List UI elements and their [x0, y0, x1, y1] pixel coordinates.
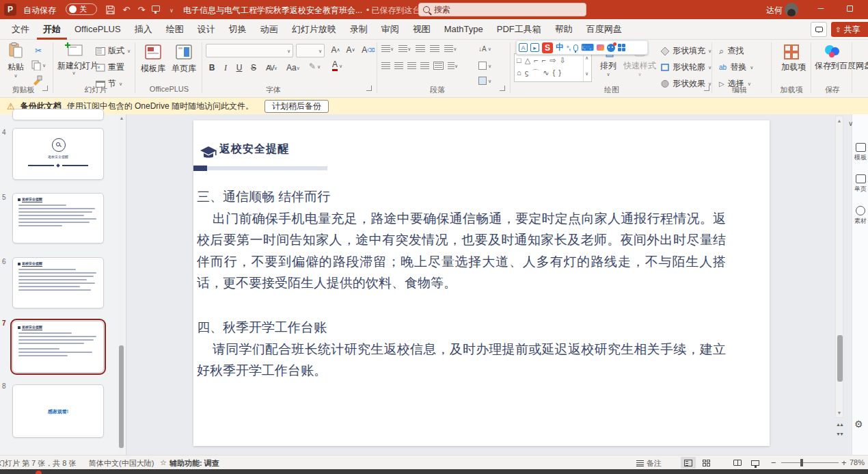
clipboard-dialog-launcher[interactable] [42, 85, 48, 91]
normal-view-button[interactable] [681, 457, 696, 469]
copy-button[interactable]: ∨ [31, 60, 46, 70]
canvas-scrollbar[interactable]: ▲ ▼ [835, 116, 843, 418]
comments-button[interactable] [811, 22, 827, 37]
tab-mathtype[interactable]: MathType [438, 19, 489, 40]
shape-fill-button[interactable]: 形状填充 ∨ [660, 45, 711, 57]
reading-view-button[interactable] [730, 457, 745, 469]
panel-item-templates[interactable]: 模板 [854, 143, 868, 162]
tab-help[interactable]: 帮助 [549, 19, 579, 40]
slide-canvas[interactable]: 返校安全提醒 三、通信顺畅 结伴而行 出门前确保手机电量充足，路途中要确保通信畅… [193, 120, 770, 446]
ime-toolbar[interactable]: A ▸ S 中 °, ⌨ [516, 40, 648, 55]
thumbnail-slide-6[interactable]: 返校安全提醒 [12, 257, 104, 308]
taskbar-sliver[interactable] [0, 469, 868, 474]
thumbnail-slide-3-partial[interactable] [12, 109, 104, 120]
panel-item-materials[interactable]: 素材 [854, 206, 868, 226]
tab-record[interactable]: 录制 [344, 19, 374, 40]
slideshow-view-button[interactable] [748, 457, 763, 469]
underline-button[interactable]: U [233, 62, 245, 74]
tab-slideshow[interactable]: 幻灯片放映 [286, 19, 342, 40]
paste-button[interactable]: 粘贴 ∨ [5, 42, 26, 78]
distribute-icon[interactable] [433, 62, 444, 70]
font-name-select[interactable]: ∨ [206, 44, 293, 57]
find-button[interactable]: ⌕ 查找 [719, 45, 744, 57]
new-slide-button[interactable]: 新建幻灯片 ∨ [57, 42, 90, 75]
thumbnail-scroll-thumb[interactable] [119, 345, 124, 448]
panel-item-single-page[interactable]: 单页 [854, 174, 868, 194]
shapes-row-1[interactable]: □ △ ⌐ ⌐ ⇨ ⇩ [515, 54, 591, 67]
collapse-panel-chevron-icon[interactable]: ∨ [848, 120, 853, 127]
slide-body-text[interactable]: 三、通信顺畅 结伴而行 出门前确保手机电量充足，路途中要确保通信畅通，要定时定点… [197, 186, 726, 294]
justify-icon[interactable] [420, 62, 429, 69]
addins-button[interactable]: 加载项 [775, 44, 808, 72]
decrease-indent-icon[interactable] [416, 45, 425, 52]
zoom-slider-thumb[interactable] [800, 459, 803, 466]
font-size-select[interactable]: ∨ [296, 44, 325, 57]
paragraph-dialog-launcher[interactable] [500, 85, 505, 91]
undo-icon[interactable]: ↶ [120, 3, 133, 16]
align-left-icon[interactable] [381, 62, 390, 69]
avatar[interactable] [785, 3, 798, 16]
qat-customize-chevron-icon[interactable]: ∨ [165, 4, 178, 16]
bullets-button[interactable]: ∨ [381, 45, 394, 52]
change-case-button[interactable]: Aa∨ [284, 62, 302, 74]
columns-button[interactable]: ∨ [448, 62, 458, 69]
convert-smartart-button[interactable]: ∨ [478, 77, 491, 85]
user-name[interactable]: 达何 [766, 5, 783, 16]
settings-gear-icon[interactable]: ⚙ [854, 419, 868, 430]
ime-textbox-icon[interactable]: A [519, 43, 528, 52]
ime-punctuation-icon[interactable]: °, [567, 44, 571, 51]
thumbnail-slide-5[interactable]: 返校安全提醒 [12, 193, 104, 243]
drawing-dialog-launcher[interactable] [704, 85, 709, 91]
restore-button[interactable] [839, 0, 860, 16]
scroll-up-icon[interactable]: ▲ [118, 116, 126, 120]
zoom-in-button[interactable]: + [841, 458, 847, 468]
highlight-button[interactable]: ✎ ∨ [309, 62, 321, 71]
thumbnail-slide-8[interactable]: 感谢观看! [12, 384, 104, 438]
start-slideshow-icon[interactable] [152, 5, 160, 12]
font-color-button[interactable]: A ∨ [332, 60, 342, 71]
increase-indent-icon[interactable] [430, 45, 439, 52]
replace-button[interactable]: ab 替换 ∨ [719, 62, 753, 73]
numbering-button[interactable]: ∨ [398, 45, 411, 52]
accessibility-status[interactable]: 辅助功能: 调查 [169, 458, 219, 469]
cut-icon[interactable]: ✂ [31, 45, 45, 56]
font-dialog-launcher[interactable] [366, 85, 372, 91]
text-direction-button[interactable]: ↓A∨ [478, 45, 491, 53]
tab-design[interactable]: 设计 [191, 19, 221, 40]
strikethrough-button[interactable]: S [247, 62, 260, 74]
shape-outline-button[interactable]: 形状轮廓 ∨ [660, 62, 711, 73]
shapes-gallery[interactable]: □ △ ⌐ ⌐ ⇨ ⇩ ⌂ ϛ ⌒ ∿ { } ∧ ∨ [514, 53, 592, 82]
backup-later-button[interactable]: 计划稍后备份 [265, 100, 329, 113]
increase-font-button[interactable]: A∧ [329, 44, 342, 56]
align-right-icon[interactable] [407, 62, 416, 69]
tab-insert[interactable]: 插入 [128, 19, 159, 40]
tab-draw[interactable]: 绘图 [160, 19, 190, 40]
tab-animations[interactable]: 动画 [254, 19, 284, 40]
decrease-font-button[interactable]: A∨ [344, 44, 357, 56]
ime-chinese-mode-icon[interactable]: 中 [556, 42, 564, 53]
bold-button[interactable]: B [206, 62, 218, 74]
tab-baidu-netdisk[interactable]: 百度网盘 [580, 19, 628, 40]
tab-review[interactable]: 审阅 [375, 19, 405, 40]
layout-button[interactable]: 版式 ∨ [96, 45, 131, 57]
tab-transitions[interactable]: 切换 [223, 19, 253, 40]
align-text-button[interactable]: ∨ [478, 62, 491, 70]
share-button[interactable]: ⇧ 共享 [831, 22, 868, 37]
notes-button[interactable]: 备注 [636, 458, 662, 469]
thumbnail-slide-4[interactable]: 返校安全提醒 [12, 128, 104, 180]
slide-sorter-view-button[interactable] [699, 457, 714, 469]
tab-officeplus[interactable]: OfficePLUS [68, 19, 127, 40]
save-icon[interactable] [104, 3, 116, 16]
thumbnail-scrollbar[interactable]: ▲ [118, 114, 124, 455]
sogou-logo-icon[interactable]: S [542, 42, 553, 53]
language-status[interactable]: 简体中文(中国大陆) [89, 458, 154, 469]
taskbar-app-icon[interactable] [36, 471, 42, 474]
slide-body-text-2[interactable]: 四、秋季开学工作台账 请同学们配合班长统计研究生返校信息，及时办理提前或延迟返校… [197, 317, 726, 382]
clear-formatting-button[interactable]: A⌫ [362, 44, 375, 56]
zoom-percentage[interactable]: 78% [850, 458, 865, 466]
shapes-scroll[interactable]: ∧ ∨ [583, 55, 590, 81]
ime-skin-icon[interactable] [597, 44, 604, 51]
search-input[interactable] [434, 5, 564, 14]
tab-file[interactable]: 文件 [5, 19, 36, 40]
thumbnail-slide-7-selected[interactable]: 返校安全提醒 [12, 321, 104, 373]
